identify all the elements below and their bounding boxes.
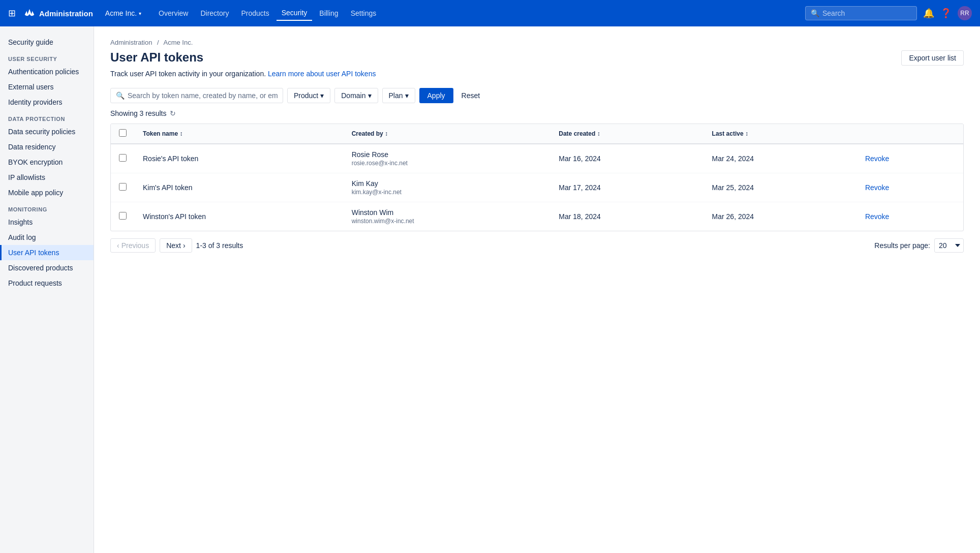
next-label: Next [166, 241, 181, 250]
action-cell: Revoke [857, 202, 963, 231]
sidebar-item-identity-providers[interactable]: Identity providers [0, 95, 94, 110]
org-selector[interactable]: Acme Inc. ▾ [105, 9, 141, 17]
row-checkbox-cell [111, 144, 135, 173]
domain-filter-chevron: ▾ [368, 91, 372, 100]
page-layout: Security guide User SecurityAuthenticati… [0, 26, 980, 553]
domain-filter-button[interactable]: Domain ▾ [334, 88, 378, 103]
nav-item-overview[interactable]: Overview [154, 6, 193, 20]
sidebar-item-security-guide[interactable]: Security guide [0, 35, 94, 50]
token-name-cell: Winston's API token [135, 202, 344, 231]
product-filter-button[interactable]: Product ▾ [287, 88, 330, 103]
creator-cell: Kim Kay kim.kay@x-inc.net [344, 173, 551, 202]
org-dropdown-icon: ▾ [139, 11, 141, 16]
creator-email: kim.kay@x-inc.net [352, 189, 543, 196]
token-search-box[interactable]: 🔍 [110, 88, 283, 103]
sidebar-item-mobile-app-policy[interactable]: Mobile app policy [0, 185, 94, 200]
product-filter-chevron: ▾ [320, 91, 324, 100]
revoke-button[interactable]: Revoke [865, 212, 889, 221]
search-icon: 🔍 [811, 9, 819, 17]
pagination-left: ‹ Previous Next › 1-3 of 3 results [110, 238, 243, 253]
token-name-cell: Rosie's API token [135, 144, 344, 173]
avatar[interactable]: RR [958, 6, 972, 20]
notifications-icon[interactable]: 🔔 [923, 8, 934, 19]
showing-text: Showing 3 results [110, 109, 167, 117]
sidebar: Security guide User SecurityAuthenticati… [0, 26, 94, 553]
date-created-cell: Mar 18, 2024 [550, 202, 703, 231]
action-cell: Revoke [857, 144, 963, 173]
creator-name: Kim Kay [352, 179, 543, 188]
last-active-cell: Mar 24, 2024 [704, 144, 857, 173]
sidebar-item-audit-log[interactable]: Audit log [0, 230, 94, 245]
plan-filter-button[interactable]: Plan ▾ [382, 88, 415, 103]
last-active-cell: Mar 26, 2024 [704, 202, 857, 231]
page-header: User API tokens Export user list [110, 50, 964, 66]
plan-filter-chevron: ▾ [405, 91, 409, 100]
sidebar-item-user-api-tokens[interactable]: User API tokens [0, 245, 94, 260]
help-icon[interactable]: ❓ [940, 8, 952, 19]
previous-button[interactable]: ‹ Previous [110, 238, 156, 253]
refresh-icon[interactable]: ↻ [170, 109, 176, 117]
sidebar-item-insights[interactable]: Insights [0, 214, 94, 230]
atlassian-logo[interactable]: Administration [24, 8, 93, 19]
revoke-button[interactable]: Revoke [865, 183, 889, 192]
export-user-list-button[interactable]: Export user list [901, 50, 964, 66]
sidebar-item-data-residency[interactable]: Data residency [0, 139, 94, 155]
search-box[interactable]: 🔍 [805, 6, 917, 20]
sidebar-item-ip-allowlists[interactable]: IP allowlists [0, 170, 94, 185]
sidebar-item-discovered-products[interactable]: Discovered products [0, 260, 94, 275]
sidebar-item-authentication-policies[interactable]: Authentication policies [0, 64, 94, 79]
token-name: Winston's API token [143, 212, 206, 221]
nav-item-products[interactable]: Products [236, 6, 274, 20]
next-button[interactable]: Next › [160, 238, 192, 253]
select-all-checkbox[interactable] [119, 129, 127, 137]
reset-button[interactable]: Reset [457, 88, 484, 103]
org-name: Acme Inc. [105, 9, 137, 17]
row-checkbox-0[interactable] [119, 154, 127, 162]
breadcrumb-separator: / [157, 39, 159, 46]
topnav-right: 🔍 🔔 ❓ RR [805, 6, 972, 20]
domain-filter-label: Domain [341, 91, 365, 100]
header-last-active[interactable]: Last active ↕ [704, 124, 857, 144]
token-name: Kim's API token [143, 183, 193, 192]
nav-item-settings[interactable]: Settings [346, 6, 382, 20]
nav-item-billing[interactable]: Billing [314, 6, 343, 20]
creator-cell: Rosie Rose rosie.rose@x-inc.net [344, 144, 551, 173]
grid-icon[interactable]: ⊞ [8, 8, 16, 19]
nav-item-directory[interactable]: Directory [195, 6, 234, 20]
search-input[interactable] [822, 9, 911, 17]
plan-filter-label: Plan [389, 91, 403, 100]
sidebar-item-byok-encryption[interactable]: BYOK encryption [0, 155, 94, 170]
avatar-initials: RR [960, 10, 969, 17]
apply-button[interactable]: Apply [419, 88, 453, 103]
sidebar-section-user-security: User Security [0, 50, 94, 64]
results-per-page-label: Results per page: [874, 241, 930, 250]
breadcrumb-org[interactable]: Acme Inc. [164, 39, 193, 46]
learn-more-link[interactable]: Learn more about user API tokens [268, 70, 376, 78]
tokens-table: Token name ↕ Created by ↕ Date created ↕… [110, 124, 964, 231]
row-checkbox-2[interactable] [119, 212, 127, 220]
row-checkbox-cell [111, 173, 135, 202]
row-checkbox-1[interactable] [119, 183, 127, 191]
header-token-name[interactable]: Token name ↕ [135, 124, 344, 144]
nav-item-security[interactable]: Security [277, 6, 313, 21]
breadcrumb-admin[interactable]: Administration [110, 39, 152, 46]
header-created-by[interactable]: Created by ↕ [344, 124, 551, 144]
date-created-cell: Mar 16, 2024 [550, 144, 703, 173]
token-search-input[interactable] [128, 91, 278, 100]
subtitle: Track user API token activity in your or… [110, 70, 964, 78]
header-date-created[interactable]: Date created ↕ [550, 124, 703, 144]
revoke-button[interactable]: Revoke [865, 155, 889, 163]
page-title: User API tokens [110, 50, 203, 65]
main-content: Administration / Acme Inc. User API toke… [94, 26, 980, 553]
row-checkbox-cell [111, 202, 135, 231]
filter-row: 🔍 Product ▾ Domain ▾ Plan ▾ Apply Reset [110, 88, 964, 103]
results-per-page-select[interactable]: 102050100 [934, 238, 964, 253]
action-cell: Revoke [857, 173, 963, 202]
sidebar-section-data-protection: Data Protection [0, 110, 94, 124]
app-name-label: Administration [39, 9, 93, 18]
sidebar-item-product-requests[interactable]: Product requests [0, 275, 94, 291]
table-row: Winston's API token Winston Wim winston.… [111, 202, 963, 231]
sidebar-item-data-security-policies[interactable]: Data security policies [0, 124, 94, 139]
sidebar-item-external-users[interactable]: External users [0, 79, 94, 95]
date-created-cell: Mar 17, 2024 [550, 173, 703, 202]
